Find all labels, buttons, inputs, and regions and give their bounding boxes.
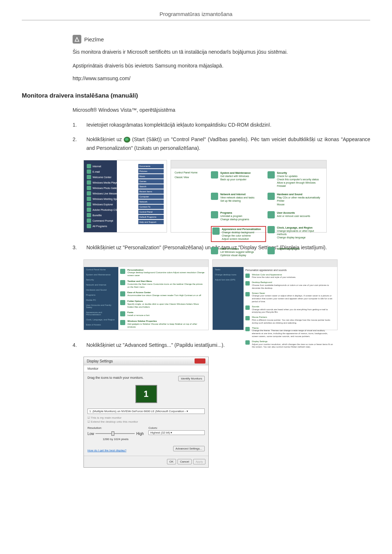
note-text-2: Apstiprinātais draiveris būs ievietots S… xyxy=(73,62,370,70)
section-heading: Monitora draivera instalēšana (manuāli) xyxy=(22,92,370,99)
start-menu-right-item[interactable]: Network xyxy=(138,200,164,204)
start-menu-item[interactable]: All Programs xyxy=(87,224,138,229)
appearance-item[interactable]: Taskbar and Start MenuCustomize the Star… xyxy=(120,280,205,288)
help-link[interactable]: How do I get the best display? xyxy=(87,449,126,452)
start-menu-right-item[interactable]: Pictures xyxy=(138,169,164,173)
personalization-item[interactable]: Mouse PointersPick a different mouse poi… xyxy=(245,316,334,324)
start-menu-item[interactable]: Windows Photo Gallery xyxy=(87,186,138,190)
window-title: Display Settings xyxy=(87,359,113,363)
cancel-button[interactable]: Cancel xyxy=(177,459,192,464)
appearance-item[interactable]: FontsInstall or remove a font xyxy=(120,311,205,317)
personalization-item[interactable]: Desktop BackgroundChoose from available … xyxy=(245,281,334,290)
appearance-item[interactable]: Folder OptionsSpecify single- or double-… xyxy=(120,300,205,308)
check-extend-desktop[interactable]: ☑ Extend the desktop onto this monitor xyxy=(87,420,205,423)
cp-category[interactable]: Network and InternetView network status … xyxy=(211,193,266,206)
appearance-sidebar-item[interactable]: User Accounts and Family Safety xyxy=(84,303,118,310)
start-menu-right-item[interactable]: Computer xyxy=(138,194,164,199)
appearance-sidebar-item[interactable]: Programs xyxy=(84,292,118,297)
monitor-icon[interactable]: 1 xyxy=(135,385,157,403)
start-menu-right-item[interactable]: Music xyxy=(138,174,164,178)
os-text: Microsoft® Windows Vista™, operētājsistē… xyxy=(73,106,370,115)
advanced-settings-button[interactable]: Advanced Settings... xyxy=(173,446,205,451)
start-menu-right-item[interactable]: Connect To xyxy=(138,205,164,209)
appearance-sidebar-item[interactable]: System and Maintenance xyxy=(84,272,118,277)
appearance-sidebar-item[interactable]: Ease of Access xyxy=(84,322,118,327)
step-text: Ievietojiet rokasgrāmatas komplektācijā … xyxy=(86,121,370,130)
cp-category[interactable]: Appearance and PersonalizationChange des… xyxy=(211,226,266,242)
tab-monitor[interactable]: Monitor xyxy=(84,365,208,372)
start-menu-item[interactable]: Windows Live Messenger Download xyxy=(87,191,138,196)
cp-category[interactable]: System and MaintenanceGet started with W… xyxy=(211,171,266,188)
personalization-item[interactable]: Display SettingsAdjust your monitor reso… xyxy=(245,340,334,349)
appearance-sidebar-item[interactable]: Network and Internet xyxy=(84,282,118,287)
drag-text: Drag the icons to match your monitors. xyxy=(87,376,144,381)
step-text-a: Noklikšķiniet uz xyxy=(86,136,124,142)
cp-category[interactable]: Additional Options xyxy=(268,247,323,257)
page-header: Programmatūras izmantošana xyxy=(22,11,370,20)
start-menu-item[interactable]: Windows Media Player xyxy=(87,180,138,185)
screenshot-row-1: InternetE-mailWelcome CenterWindows Medi… xyxy=(83,160,370,233)
step-number: 3. xyxy=(73,243,83,252)
screenshot-personalization: TasksChange desktop iconsAdjust font siz… xyxy=(212,259,338,330)
personalization-title: Personalize appearance and sounds xyxy=(245,269,334,271)
appearance-sidebar-item[interactable]: Appearance and Personalization xyxy=(84,310,118,317)
appearance-sidebar-item[interactable]: Control Panel Home xyxy=(84,267,118,272)
personalization-sidebar-item[interactable]: Change desktop icons xyxy=(213,272,244,277)
identify-button[interactable]: Identify Monitors xyxy=(178,376,205,381)
cp-category[interactable]: Ease of AccessLet Windows suggest settin… xyxy=(211,247,266,257)
appearance-sidebar-item[interactable]: Security xyxy=(84,277,118,282)
appearance-sidebar-item[interactable]: Mobile PC xyxy=(84,297,118,303)
start-menu-item[interactable]: Bonefile xyxy=(87,213,138,218)
cp-sidebar-item[interactable]: Classic View xyxy=(175,176,207,178)
start-menu-right-item[interactable]: Games xyxy=(138,179,164,184)
start-menu-item[interactable]: Welcome Center xyxy=(87,175,138,180)
resolution-slider[interactable]: Low High xyxy=(87,430,144,437)
step-2: 2. Noklikšķiniet uz (Start (Sākt)) un "C… xyxy=(73,135,370,153)
appearance-item[interactable]: Ease of Access CenterAccommodate low vis… xyxy=(120,291,205,297)
cp-sidebar-item[interactable]: Control Panel Home xyxy=(175,171,207,174)
start-menu-right-item[interactable]: Recent Items xyxy=(138,189,164,194)
start-menu-item[interactable]: Internet xyxy=(87,164,138,169)
start-menu-right-item[interactable]: Control Panel xyxy=(138,210,164,214)
step-number: 2. xyxy=(73,135,83,153)
start-menu-right-item[interactable]: Help and Support xyxy=(138,220,164,224)
colors-dropdown[interactable]: Highest (32 bit) ▾ xyxy=(148,430,205,435)
cp-category[interactable]: Hardware and SoundPlay CDs or other medi… xyxy=(268,193,323,206)
personalization-item[interactable]: ThemeChange the theme. Themes can change… xyxy=(245,327,334,338)
step-text: Noklikšķiniet uz (Start (Sākt)) un "Cont… xyxy=(86,135,370,153)
screenshot-display-settings: Display Settings Monitor Drag the icons … xyxy=(83,357,209,468)
screenshot-appearance: Control Panel HomeSystem and Maintenance… xyxy=(83,259,209,330)
personalization-sidebar-item[interactable]: Tasks xyxy=(213,267,244,272)
start-menu-item[interactable]: E-mail xyxy=(87,169,138,174)
start-menu-item[interactable]: Adobe Photoshop CS2 xyxy=(87,208,138,212)
cp-category[interactable]: ProgramsUninstall a programChange startu… xyxy=(211,211,266,221)
personalization-item[interactable]: SoundsChange which sounds are heard when… xyxy=(245,305,334,314)
note-section: Piezīme Šis monitora draiveris ir Micros… xyxy=(73,35,370,81)
personalization-item[interactable]: Window Color and AppearanceFine tune the… xyxy=(245,274,334,279)
start-menu-item[interactable]: Windows Explorer xyxy=(87,202,138,207)
monitor-dropdown[interactable]: 1. (Multiple Monitors) on NVIDIA GeForce… xyxy=(87,409,205,414)
appearance-item[interactable]: PersonalizationChange desktop background… xyxy=(120,269,205,277)
ok-button[interactable]: OK xyxy=(167,459,176,464)
cp-category[interactable]: User AccountsAdd or remove user accounts xyxy=(268,211,323,221)
start-menu-item[interactable]: Command Prompt xyxy=(87,218,138,223)
appearance-sidebar-item[interactable]: Hardware and Sound xyxy=(84,287,118,292)
screenshot-row-2: Control Panel HomeSystem and Maintenance… xyxy=(83,259,370,330)
note-text-1: Šis monitora draiveris ir Microsoft sert… xyxy=(73,48,370,57)
cp-category[interactable]: SecurityCheck for updatesCheck this comp… xyxy=(268,171,323,188)
appearance-item[interactable]: Windows Sidebar PropertiesAdd gadgets to… xyxy=(120,320,205,328)
check-main-monitor[interactable]: ☑ This is my main monitor xyxy=(87,416,205,419)
colors-label: Colors: xyxy=(148,426,205,430)
start-menu-right-item[interactable]: Default Programs xyxy=(138,215,164,219)
personalization-sidebar-item[interactable]: Adjust font size (DPI) xyxy=(213,277,244,282)
start-menu-item[interactable]: Windows Meeting Space xyxy=(87,197,138,201)
personalization-item[interactable]: Screen SaverChange your screen saver or … xyxy=(245,292,334,303)
start-menu-right-item[interactable]: Documents xyxy=(138,164,164,168)
cp-category[interactable]: Clock, Language, and RegionChange keyboa… xyxy=(268,226,323,242)
screenshot-control-panel: Control Panel HomeClassic View System an… xyxy=(171,160,327,233)
apply-button[interactable]: Apply xyxy=(193,459,205,464)
close-icon[interactable] xyxy=(195,358,205,364)
start-menu-right-item[interactable]: Search xyxy=(138,184,164,189)
resolution-label: Resolution: xyxy=(87,426,144,430)
appearance-sidebar-item[interactable]: Clock, Language, and Region xyxy=(84,317,118,322)
